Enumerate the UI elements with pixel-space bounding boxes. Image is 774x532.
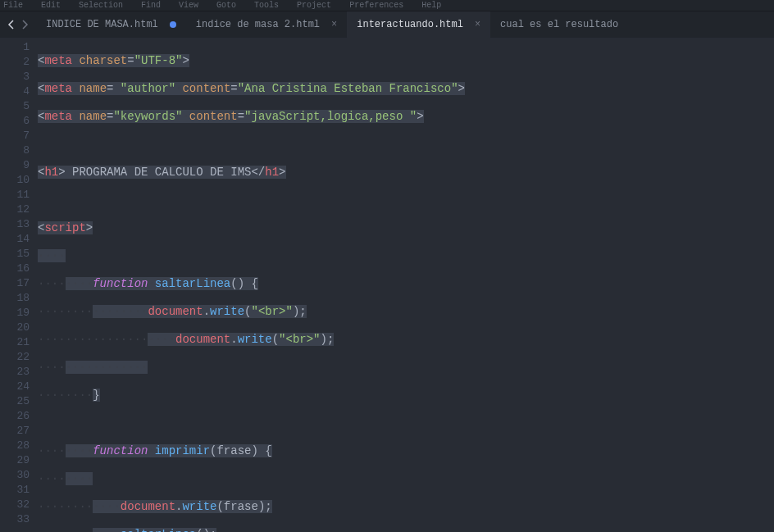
menu-item[interactable]: Find: [141, 1, 161, 10]
line-number: 22: [0, 350, 38, 365]
menu-item[interactable]: View: [179, 1, 198, 10]
search-tab[interactable]: cual es el resultado: [490, 11, 736, 38]
menu-item[interactable]: Goto: [216, 1, 236, 10]
menu-item[interactable]: Preferences: [349, 1, 403, 10]
close-icon[interactable]: ×: [331, 19, 337, 30]
line-number: 15: [0, 247, 38, 261]
line-number: 31: [0, 483, 38, 498]
menu-item[interactable]: Selection: [79, 1, 123, 10]
line-number: 5: [0, 99, 38, 114]
line-number: 10: [0, 173, 38, 188]
modified-dot-icon: [170, 21, 176, 28]
line-number: 33: [0, 512, 38, 527]
line-number: 7: [0, 129, 38, 143]
line-number-gutter: 1234567891011121314151617181920212223242…: [0, 38, 38, 532]
tab-interactuando[interactable]: interactuando.html ×: [347, 11, 490, 38]
line-number: 20: [0, 321, 38, 335]
menu-item[interactable]: Edit: [41, 1, 61, 10]
line-number: 27: [0, 424, 38, 439]
line-number: 24: [0, 380, 38, 394]
search-placeholder: cual es el resultado: [500, 19, 618, 30]
tab-row: INDICE DE MASA.html indice de masa 2.htm…: [0, 11, 774, 38]
nav-back-icon[interactable]: [7, 20, 16, 30]
line-number: 18: [0, 291, 38, 306]
line-number: 25: [0, 394, 38, 409]
nav-forward-icon[interactable]: [20, 20, 30, 30]
line-number: 16: [0, 261, 38, 276]
close-icon[interactable]: ×: [475, 19, 480, 30]
line-number: 28: [0, 439, 38, 453]
line-number: 6: [0, 114, 38, 129]
menu-bar[interactable]: File Edit Selection Find View Goto Tools…: [0, 0, 774, 11]
line-number: 9: [0, 158, 38, 173]
line-number: 17: [0, 276, 38, 291]
code-content[interactable]: <meta·charset="UTF-8"> <meta·name= "auth…: [38, 38, 774, 532]
menu-item[interactable]: Tools: [254, 1, 279, 10]
menu-item[interactable]: File: [3, 1, 23, 10]
line-number: 30: [0, 468, 38, 483]
line-number: 29: [0, 453, 38, 468]
tab-indice-de-masa-2[interactable]: indice de masa 2.html ×: [186, 11, 347, 38]
line-number: 21: [0, 335, 38, 350]
editor-area[interactable]: 1234567891011121314151617181920212223242…: [0, 38, 774, 532]
line-number: 19: [0, 306, 38, 321]
line-number: 26: [0, 409, 38, 424]
line-number: 13: [0, 217, 38, 232]
line-number: 3: [0, 70, 38, 84]
line-number: 2: [0, 55, 38, 70]
menu-item[interactable]: Help: [421, 1, 441, 10]
menu-item[interactable]: Project: [297, 1, 331, 10]
line-number: 12: [0, 202, 38, 217]
tab-indice-de-masa[interactable]: INDICE DE MASA.html: [36, 11, 186, 38]
line-number: 23: [0, 365, 38, 380]
line-number: 4: [0, 84, 38, 99]
line-number: 8: [0, 143, 38, 158]
line-number: 32: [0, 498, 38, 512]
line-number: 14: [0, 232, 38, 247]
line-number: 1: [0, 40, 38, 55]
tab-label: INDICE DE MASA.html: [46, 19, 158, 30]
tab-label: indice de masa 2.html: [196, 19, 320, 30]
tab-label: interactuando.html: [357, 19, 463, 30]
line-number: 11: [0, 188, 38, 202]
